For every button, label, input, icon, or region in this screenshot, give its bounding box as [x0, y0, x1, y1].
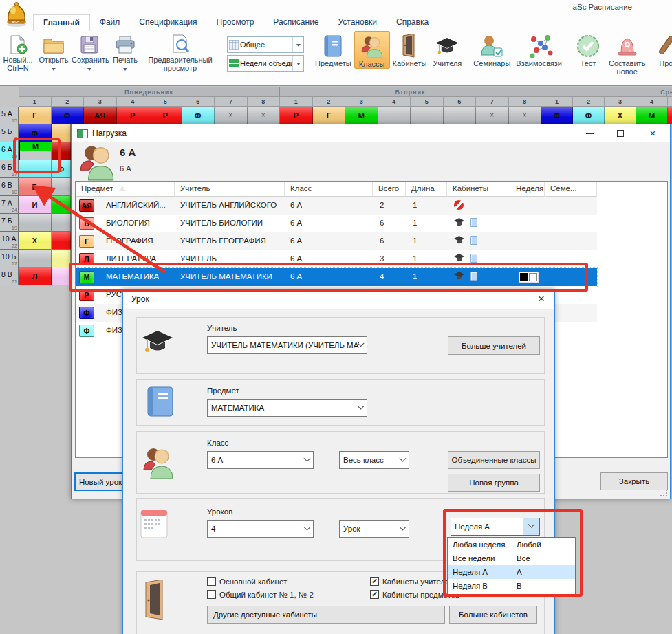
tools-button-1[interactable]: Взаимосвязи [513, 31, 565, 67]
timetable-cell[interactable]: АЯ [84, 107, 117, 124]
timetable-cell[interactable] [52, 232, 71, 250]
timetable-cell[interactable]: Г [19, 107, 52, 124]
timetable-cell[interactable]: М [345, 107, 378, 124]
week-select[interactable]: Неделя А [451, 518, 540, 536]
toolbar-button-1[interactable]: Открыть [36, 31, 72, 72]
table-column-header[interactable]: Всего [373, 182, 406, 197]
timetable-cell[interactable]: × [248, 107, 281, 124]
ribbon-tab-0[interactable]: Главный [33, 14, 90, 31]
timetable-cell[interactable]: × [476, 107, 509, 124]
close-dialog-button[interactable]: Закрыть [600, 472, 668, 490]
checkbox-checked-icon[interactable]: ✓ [370, 590, 379, 599]
more-cabinets-button[interactable]: Больше кабинетов [449, 606, 537, 624]
maximize-button[interactable] [609, 124, 632, 142]
timetable-cell[interactable]: × [509, 107, 542, 124]
new-group-button[interactable]: Новая группа [448, 474, 540, 492]
nav-button-2[interactable]: Кабинеты [390, 31, 430, 69]
checkbox-unchecked-icon[interactable] [207, 577, 216, 586]
generate-button-0[interactable]: Тест [570, 31, 606, 76]
resize-grip[interactable] [660, 490, 667, 496]
lesson-dialog-titlebar[interactable]: Урок × [123, 289, 554, 309]
timetable-cell[interactable]: И [19, 196, 52, 214]
timetable-cell[interactable] [52, 178, 71, 196]
timetable-cell[interactable]: Ф [573, 107, 605, 124]
close-button[interactable]: × [641, 124, 664, 142]
new-lesson-button[interactable]: Новый урок [74, 472, 127, 491]
load-dialog-titlebar[interactable]: Нагрузка × [72, 124, 670, 142]
week-option-1[interactable]: Все неделиВсе [448, 551, 575, 565]
close-icon[interactable]: × [530, 290, 553, 308]
table-row[interactable]: ММАТЕМАТИКАУЧИТЕЛЬ МАТЕМАТИКИ6 А41 [76, 268, 597, 286]
ribbon-tab-2[interactable]: Спецификация [129, 14, 206, 31]
table-column-header[interactable]: Класс [285, 182, 373, 197]
timetable-cell[interactable] [52, 214, 71, 232]
timetable-cell[interactable]: × [215, 107, 248, 124]
checkbox-row-2[interactable]: Общий кабинет № 1, № 2 [207, 590, 370, 599]
table-row[interactable]: ББИОЛОГИЯУЧИТЕЛЬ БИОЛОГИИ6 А61 [76, 215, 597, 232]
week-option-2[interactable]: Неделя АА [448, 565, 575, 579]
table-row[interactable]: АЯАНГЛИЙСКИЙ...УЧИТЕЛЬ АНГЛИЙСКОГО6 А21 [76, 197, 597, 215]
table-column-header[interactable]: Кабинеты [447, 182, 510, 197]
view-select-1[interactable]: Недели объединив [227, 55, 304, 72]
class-select[interactable]: 6 А [207, 451, 314, 469]
ribbon-tab-1[interactable]: Файл [90, 14, 130, 31]
timetable-cell[interactable]: Р [117, 107, 150, 124]
table-column-header[interactable]: Учитель [175, 182, 285, 197]
checkbox-unchecked-icon[interactable] [207, 590, 216, 599]
lesson-type-select[interactable]: Урок [339, 520, 409, 538]
asc-bell-logo-icon[interactable]: aSc [1, 0, 33, 28]
week-option-0[interactable]: Любая неделяЛюбой [448, 538, 575, 551]
timetable-cell[interactable]: М [636, 107, 668, 124]
nav-button-0[interactable]: Предметы [312, 31, 354, 69]
joined-classes-button[interactable]: Объединенные классы [448, 451, 540, 469]
timetable-cell[interactable] [19, 214, 52, 232]
other-cabinets-button[interactable]: Другие доступные кабинеты [207, 606, 445, 624]
generate-button-2[interactable]: Про [648, 31, 672, 76]
generate-button-1[interactable]: Составить новое [606, 31, 648, 76]
week-select-dropdown-button[interactable] [523, 518, 539, 535]
checkbox-row-0[interactable]: Основной кабинет [207, 577, 370, 586]
timetable-cell[interactable] [668, 107, 672, 124]
table-column-header[interactable]: Длина [406, 182, 447, 197]
table-column-header[interactable]: Предмет [76, 182, 175, 197]
dropdown-arrow-icon[interactable] [292, 37, 303, 52]
timetable-cell[interactable]: Г [313, 107, 346, 124]
timetable-cell[interactable] [52, 250, 71, 267]
ribbon-tab-4[interactable]: Расписание [263, 14, 328, 31]
toolbar-button-4[interactable]: Предварительный просмотр [143, 31, 217, 72]
lessons-count-select[interactable]: 4 [207, 520, 314, 538]
nav-button-1[interactable]: Классы [354, 31, 390, 69]
table-row[interactable]: ГГЕОГРАФИЯУЧИТЕЛЬ ГЕОГРАФИЯ6 А61 [76, 232, 597, 250]
timetable-cell[interactable]: Ф [182, 107, 215, 124]
timetable-cell[interactable]: Х [605, 107, 636, 124]
table-column-header[interactable]: Семе... [545, 182, 597, 197]
timetable-cell[interactable] [19, 250, 52, 267]
toolbar-button-3[interactable]: Печать [107, 31, 143, 72]
timetable-cell[interactable]: Р [149, 107, 182, 124]
timetable-cell[interactable]: Ф [52, 107, 85, 124]
tools-button-0[interactable]: Семинары [470, 31, 513, 67]
timetable-cell[interactable] [52, 267, 71, 285]
week-option-3[interactable]: Неделя BB [448, 579, 575, 593]
more-teachers-button[interactable]: Больше учителей [448, 336, 540, 355]
timetable-cell[interactable]: Л [19, 267, 52, 285]
timetable-cell[interactable] [444, 107, 477, 124]
table-column-header[interactable]: Неделя [510, 182, 545, 197]
teacher-select[interactable]: УЧИТЕЛЬ МАТЕМАТИКИ (УЧИТЕЛЬ МАТЕМ [207, 336, 367, 354]
dropdown-arrow-icon[interactable] [292, 56, 303, 71]
timetable-cell[interactable]: М [19, 142, 52, 160]
timetable-cell[interactable]: Ф [52, 160, 71, 178]
toolbar-button-0[interactable]: Новый...Ctrl+N [0, 31, 36, 72]
timetable-cell[interactable]: Х [19, 232, 52, 250]
ribbon-tab-6[interactable]: Справка [387, 14, 438, 31]
timetable-cell[interactable] [411, 107, 444, 124]
minimize-button[interactable] [578, 124, 601, 142]
class-scope-select[interactable]: Весь класс [339, 451, 409, 469]
timetable-cell[interactable]: Р [280, 107, 313, 124]
timetable-cell[interactable] [19, 160, 52, 178]
table-row[interactable]: ЛЛИТЕРАТУРАУЧИТЕЛЬ6 А31 [76, 250, 597, 268]
timetable-cell[interactable] [52, 142, 71, 160]
timetable-cell[interactable] [378, 107, 411, 124]
toolbar-button-2[interactable]: Сохранить [72, 31, 107, 72]
ribbon-tab-5[interactable]: Установки [329, 14, 387, 31]
